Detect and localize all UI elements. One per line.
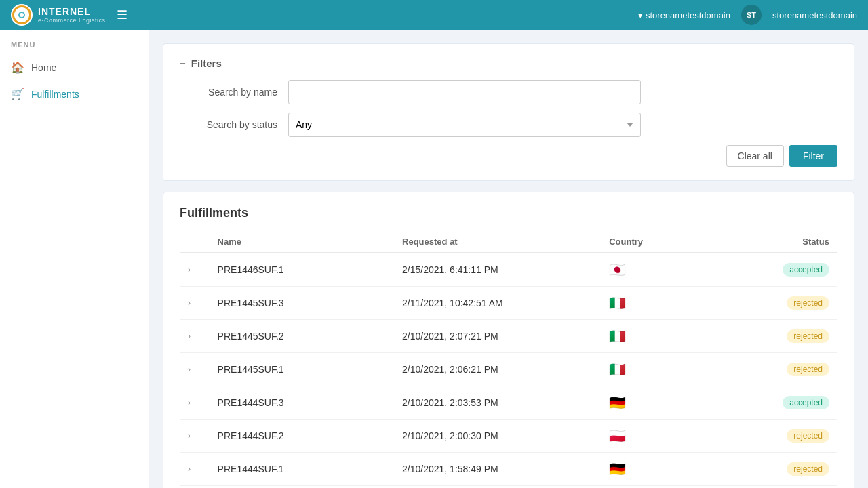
fulfillments-table-wrapper: Name Requested at Country Status › PRE14… — [180, 231, 837, 488]
filter-row-name: Search by name — [180, 80, 837, 104]
filter-button[interactable]: Filter — [789, 145, 837, 167]
expand-icon[interactable]: › — [188, 464, 191, 474]
th-status: Status — [749, 231, 837, 253]
expand-icon[interactable]: › — [188, 398, 191, 407]
table-row[interactable]: › PRE1445SUF.3 2/11/2021, 10:42:51 AM 🇮🇹… — [180, 287, 837, 320]
fulfillments-table: Name Requested at Country Status › PRE14… — [180, 231, 837, 488]
row-requested-at: 2/10/2021, 1:58:49 PM — [394, 453, 601, 486]
row-expand-cell: › — [180, 253, 210, 287]
search-name-input[interactable] — [288, 80, 641, 104]
expand-icon[interactable]: › — [188, 298, 191, 308]
sidebar-item-fulfillments-label: Fulfillments — [31, 89, 79, 100]
filter-actions: Clear all Filter — [180, 145, 837, 167]
logo: INTERNEL e-Commerce Logistics — [11, 4, 106, 26]
hamburger-icon[interactable]: ☰ — [117, 7, 127, 22]
table-row[interactable]: › PRE1445SUF.1 2/10/2021, 2:06:21 PM 🇮🇹 … — [180, 353, 837, 386]
row-expand-cell: › — [180, 486, 210, 489]
sidebar-item-home-label: Home — [31, 62, 56, 73]
row-country-flag: 🇩🇪 — [601, 453, 749, 486]
logo-text-container: INTERNEL e-Commerce Logistics — [38, 6, 106, 24]
clear-all-button[interactable]: Clear all — [726, 145, 784, 167]
row-country-flag: 🇮🇹 — [601, 287, 749, 320]
row-status: accepted — [749, 486, 837, 489]
table-row[interactable]: › PRE1444SUF.3 2/10/2021, 2:03:53 PM 🇩🇪 … — [180, 386, 837, 420]
navbar-right: ▾ storenametestdomain ST storenametestdo… — [638, 5, 857, 25]
fulfillments-title: Fulfillments — [180, 206, 837, 220]
row-country-flag: 🇩🇪 — [601, 386, 749, 420]
status-badge: rejected — [787, 296, 829, 310]
store-selector-label: storenametestdomain — [646, 10, 730, 20]
status-badge: rejected — [787, 462, 829, 476]
th-name: Name — [210, 231, 394, 253]
table-row[interactable]: › PRE1443SUF.2 2/10/2021, 1:57:17 PM 🇵🇱 … — [180, 486, 837, 489]
collapse-icon: − — [180, 58, 186, 69]
row-name: PRE1445SUF.2 — [210, 320, 394, 353]
store-selector[interactable]: ▾ storenametestdomain — [638, 10, 730, 20]
row-status: accepted — [749, 386, 837, 420]
row-country-flag: 🇮🇹 — [601, 353, 749, 386]
table-row[interactable]: › PRE1444SUF.1 2/10/2021, 1:58:49 PM 🇩🇪 … — [180, 453, 837, 486]
filters-section: − Filters Search by name Search by statu… — [163, 43, 854, 181]
user-initials: ST — [747, 11, 756, 19]
row-requested-at: 2/10/2021, 2:03:53 PM — [394, 386, 601, 420]
row-name: PRE1444SUF.1 — [210, 453, 394, 486]
row-expand-cell: › — [180, 353, 210, 386]
user-name: storenametestdomain — [772, 10, 857, 20]
th-country: Country — [601, 231, 749, 253]
row-name: PRE1444SUF.3 — [210, 386, 394, 420]
filters-header[interactable]: − Filters — [180, 58, 837, 69]
filter-status-label: Search by status — [180, 119, 288, 130]
row-expand-cell: › — [180, 320, 210, 353]
sidebar-item-fulfillments[interactable]: 🛒 Fulfillments — [0, 81, 149, 107]
row-expand-cell: › — [180, 386, 210, 420]
expand-icon[interactable]: › — [188, 331, 191, 341]
logo-circle-outer — [12, 5, 31, 24]
app-subtitle: e-Commerce Logistics — [38, 17, 106, 24]
search-status-select[interactable]: Any accepted rejected — [288, 113, 641, 137]
row-status: rejected — [749, 287, 837, 320]
th-expand — [180, 231, 210, 253]
row-requested-at: 2/10/2021, 2:06:21 PM — [394, 353, 601, 386]
cart-icon: 🛒 — [11, 87, 24, 100]
table-row[interactable]: › PRE1445SUF.2 2/10/2021, 2:07:21 PM 🇮🇹 … — [180, 320, 837, 353]
status-badge: accepted — [783, 263, 829, 277]
th-requested-at: Requested at — [394, 231, 601, 253]
status-badge: rejected — [787, 429, 829, 443]
chevron-down-icon: ▾ — [638, 10, 643, 20]
status-badge: rejected — [787, 363, 829, 376]
table-row[interactable]: › PRE1444SUF.2 2/10/2021, 2:00:30 PM 🇵🇱 … — [180, 420, 837, 453]
expand-icon[interactable]: › — [188, 265, 191, 274]
row-expand-cell: › — [180, 287, 210, 320]
sidebar: MENU 🏠 Home 🛒 Fulfillments — [0, 30, 149, 488]
table-header: Name Requested at Country Status — [180, 231, 837, 253]
row-expand-cell: › — [180, 453, 210, 486]
home-icon: 🏠 — [11, 61, 24, 74]
navbar-left: INTERNEL e-Commerce Logistics ☰ — [11, 4, 127, 26]
row-requested-at: 2/11/2021, 10:42:51 AM — [394, 287, 601, 320]
row-country-flag: 🇵🇱 — [601, 486, 749, 489]
expand-icon[interactable]: › — [188, 431, 191, 441]
app-title: INTERNEL — [38, 6, 91, 17]
logo-circle-inner — [18, 12, 25, 18]
table-row[interactable]: › PRE1446SUF.1 2/15/2021, 6:41:11 PM 🇯🇵 … — [180, 253, 837, 287]
row-expand-cell: › — [180, 420, 210, 453]
filter-name-label: Search by name — [180, 87, 288, 98]
expand-icon[interactable]: › — [188, 365, 191, 374]
row-country-flag: 🇯🇵 — [601, 253, 749, 287]
navbar: INTERNEL e-Commerce Logistics ☰ ▾ storen… — [0, 0, 868, 30]
logo-icon — [11, 4, 33, 26]
row-requested-at: 2/15/2021, 6:41:11 PM — [394, 253, 601, 287]
row-name: PRE1446SUF.1 — [210, 253, 394, 287]
row-name: PRE1444SUF.2 — [210, 420, 394, 453]
filters-title: Filters — [191, 58, 222, 69]
row-country-flag: 🇮🇹 — [601, 320, 749, 353]
row-requested-at: 2/10/2021, 2:07:21 PM — [394, 320, 601, 353]
sidebar-item-home[interactable]: 🏠 Home — [0, 54, 149, 81]
row-status: rejected — [749, 353, 837, 386]
row-requested-at: 2/10/2021, 2:00:30 PM — [394, 420, 601, 453]
row-name: PRE1445SUF.3 — [210, 287, 394, 320]
row-status: rejected — [749, 453, 837, 486]
status-badge: accepted — [783, 396, 829, 409]
table-body: › PRE1446SUF.1 2/15/2021, 6:41:11 PM 🇯🇵 … — [180, 253, 837, 488]
main-content: − Filters Search by name Search by statu… — [149, 30, 868, 488]
